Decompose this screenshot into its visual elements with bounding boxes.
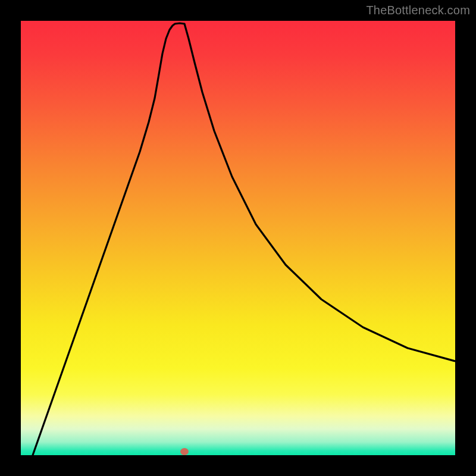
watermark-label: TheBottleneck.com xyxy=(366,4,470,17)
optimum-marker-icon xyxy=(180,448,189,455)
chart-frame: TheBottleneck.com xyxy=(0,0,476,476)
plot-area xyxy=(21,21,455,455)
bottleneck-curve xyxy=(21,21,455,455)
